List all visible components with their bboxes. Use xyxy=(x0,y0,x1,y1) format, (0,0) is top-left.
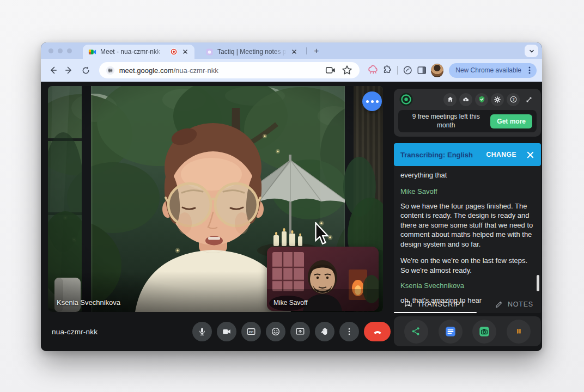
side-panel-icon[interactable] xyxy=(416,64,428,76)
tab-meet[interactable]: Meet - nua-czmr-nkk xyxy=(83,45,194,59)
svg-text:CC: CC xyxy=(249,330,254,334)
free-meetings-card: 9 free meetings left this month Get more xyxy=(398,110,537,132)
recording-indicator xyxy=(170,48,178,56)
transcript-line: We're on the we're on the last few steps… xyxy=(400,256,534,275)
new-chrome-label: New Chrome available xyxy=(455,66,521,74)
settings-button[interactable] xyxy=(491,93,504,106)
more-icon xyxy=(344,327,354,336)
transcript-icon xyxy=(404,300,413,309)
new-chrome-button[interactable]: New Chrome available xyxy=(449,63,537,78)
window-controls[interactable] xyxy=(48,48,72,53)
transcript-line: So we have the four pages finished. The … xyxy=(400,201,534,249)
new-tab-button[interactable]: + xyxy=(312,46,321,55)
call-controls: CC xyxy=(192,322,391,341)
meeting-code: nua-czmr-nkk xyxy=(52,328,98,336)
transcript-line: everything that xyxy=(400,170,534,180)
transcript-speaker: Ksenia Svechnikova xyxy=(400,281,534,290)
tab-transcript[interactable]: TRANSCRIPT xyxy=(404,300,465,309)
tab-notes-label: NOTES xyxy=(508,301,533,308)
tactiq-favicon xyxy=(205,48,214,56)
back-icon xyxy=(48,65,58,75)
help-button[interactable]: ? xyxy=(507,93,520,106)
browser-window: Meet - nua-czmr-nkk Tactiq | Meeting not… xyxy=(41,42,542,351)
meet-content: Ksenia Svechnikova xyxy=(41,82,542,351)
puzzle-icon[interactable] xyxy=(381,64,393,76)
home-button[interactable] xyxy=(443,93,457,106)
circle-slash-icon[interactable] xyxy=(402,64,413,76)
main-video-tile[interactable]: Ksenia Svechnikova xyxy=(48,86,383,312)
tab-tactiq[interactable]: Tactiq | Meeting notes powe xyxy=(200,45,303,59)
end-call-icon xyxy=(372,326,383,337)
forward-button[interactable] xyxy=(63,63,76,77)
gear-icon xyxy=(494,96,501,103)
captions-icon: CC xyxy=(246,327,256,336)
present-icon xyxy=(295,327,305,336)
url-host: meet.google.com xyxy=(119,66,174,75)
cloud-upload-button[interactable] xyxy=(459,93,472,106)
tab-search-button[interactable] xyxy=(525,45,538,57)
tune-icon[interactable] xyxy=(106,66,115,75)
extension-pink-icon[interactable] xyxy=(367,64,379,76)
mic-button[interactable] xyxy=(192,322,212,341)
pause-recording-button[interactable] xyxy=(507,320,531,344)
present-button[interactable] xyxy=(290,322,310,341)
pause-icon xyxy=(514,326,524,336)
avatar[interactable] xyxy=(431,64,443,77)
pip-video-tile[interactable]: Mike Savoff xyxy=(267,247,379,311)
transcribing-banner: Transcribing: English CHANGE xyxy=(394,143,541,166)
free-meetings-text: 9 free meetings left this month xyxy=(406,113,486,130)
videocam-icon xyxy=(222,327,232,336)
star-icon[interactable] xyxy=(341,64,353,76)
expand-diagonal-icon xyxy=(525,96,533,103)
forward-icon xyxy=(64,65,74,75)
get-more-button[interactable]: Get more xyxy=(490,114,532,128)
toolbar-divider xyxy=(397,66,398,75)
share-icon xyxy=(411,326,421,336)
shield-check-button[interactable] xyxy=(475,93,488,106)
reload-icon xyxy=(81,66,90,75)
reload-button[interactable] xyxy=(80,63,93,77)
more-options-button[interactable] xyxy=(339,322,359,341)
tab-title: Tactiq | Meeting notes powe xyxy=(217,48,287,56)
transcript-speaker: Mike Savoff xyxy=(400,187,534,195)
camera-icon[interactable] xyxy=(325,64,337,76)
chat-dots-widget[interactable] xyxy=(362,91,382,111)
active-tab-underline xyxy=(394,312,477,314)
screenshot-icon xyxy=(478,326,490,338)
tab-notes[interactable]: NOTES xyxy=(495,300,533,309)
captions-button[interactable]: CC xyxy=(241,322,261,341)
tab-separator xyxy=(306,47,307,54)
screenshot-button[interactable] xyxy=(472,320,496,344)
address-bar[interactable]: meet.google.com/nua-czmr-nkk xyxy=(99,62,360,78)
close-banner-icon[interactable] xyxy=(526,151,534,159)
collapse-panel-button[interactable] xyxy=(522,93,536,106)
mic-icon xyxy=(197,327,207,336)
docs-export-button[interactable] xyxy=(439,320,463,344)
raise-hand-button[interactable] xyxy=(315,322,334,341)
transcript-panel[interactable]: everything that Mike Savoff So we have t… xyxy=(394,166,541,313)
tactiq-action-bar xyxy=(394,316,541,346)
kebab-menu-icon[interactable] xyxy=(525,65,534,75)
cloud-upload-icon xyxy=(462,96,470,103)
docs-icon xyxy=(445,326,457,338)
transcript-scrollbar[interactable] xyxy=(537,275,539,291)
end-call-button[interactable] xyxy=(364,322,391,341)
shield-check-icon xyxy=(478,95,486,103)
back-button[interactable] xyxy=(46,63,59,77)
reactions-button[interactable] xyxy=(266,322,285,341)
change-language-button[interactable]: CHANGE xyxy=(486,151,516,158)
close-icon[interactable] xyxy=(290,48,298,56)
pencil-icon xyxy=(495,300,503,309)
chevron-down-icon xyxy=(528,48,535,54)
tactiq-sidebar: ? 9 free meetings left thi xyxy=(394,89,541,137)
browser-toolbar: meet.google.com/nua-czmr-nkk xyxy=(41,59,542,82)
share-button[interactable] xyxy=(404,320,428,344)
videocam-button[interactable] xyxy=(217,322,236,341)
pip-name-label: Mike Savoff xyxy=(273,299,307,307)
close-icon[interactable] xyxy=(181,48,189,56)
tab-title: Meet - nua-czmr-nkk xyxy=(100,48,166,56)
tactiq-logo xyxy=(399,93,413,106)
emoji-icon xyxy=(271,327,281,336)
tactiq-header-panel: ? 9 free meetings left thi xyxy=(394,89,541,137)
meet-favicon xyxy=(88,48,96,56)
